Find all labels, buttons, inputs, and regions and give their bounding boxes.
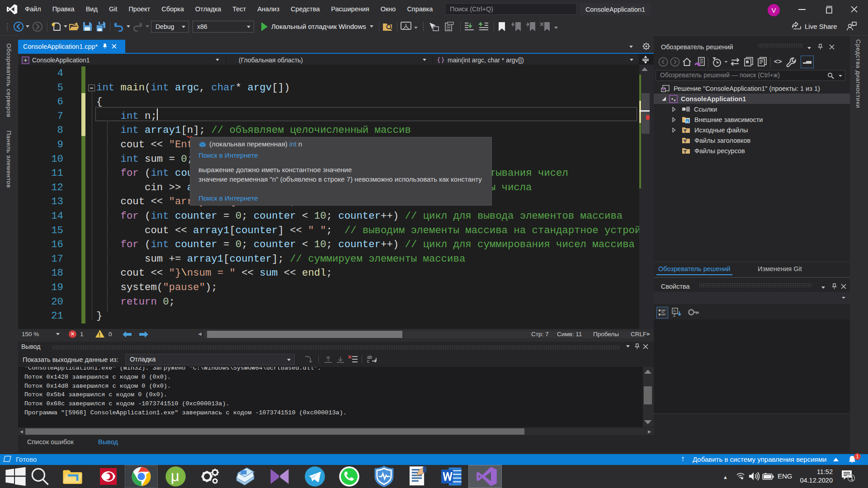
svg-text:я: я <box>686 119 688 122</box>
svg-text:μ: μ <box>171 468 179 484</box>
svg-text:Z: Z <box>673 313 676 318</box>
svg-text:c: c <box>367 359 369 364</box>
svg-text:1: 1 <box>850 475 854 482</box>
svg-text:A: A <box>673 309 676 313</box>
